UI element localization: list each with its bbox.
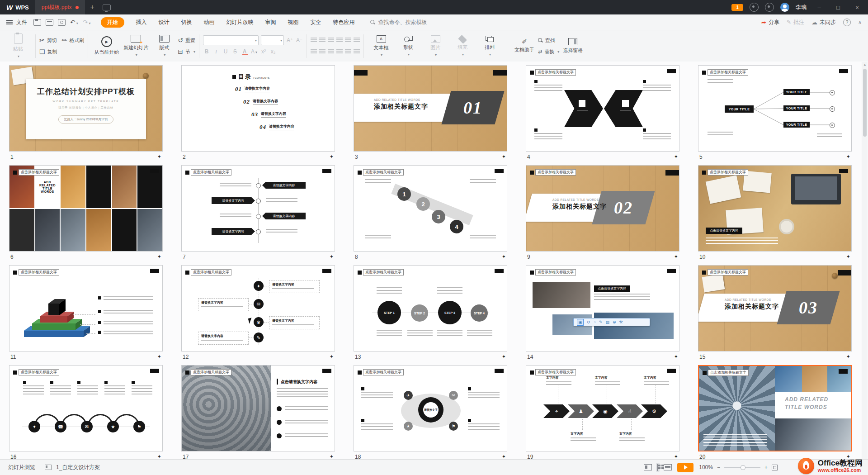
play-from-current-button[interactable]: ▶从当前开始 [92, 33, 121, 59]
tab-slideshow[interactable]: 幻灯片放映 [226, 19, 254, 26]
zoom-slider[interactable] [724, 467, 760, 468]
layout-tool-icon[interactable]: ▤ [606, 320, 610, 324]
tab-home[interactable]: 开始 [101, 17, 124, 28]
message-icon[interactable] [750, 3, 759, 12]
slide-thumbnail-4[interactable]: 点击添加相关标题文字 [526, 65, 679, 152]
replace-button[interactable]: ⇄替换 [538, 47, 559, 56]
tab-security[interactable]: 安全 [311, 19, 321, 26]
help-button[interactable]: ? [843, 19, 851, 26]
sorter-view-button-active[interactable] [656, 463, 660, 472]
slide-thumbnail-3[interactable]: 01 ADD RELATED TITLE WORDS添加相关标题文字 [354, 65, 507, 152]
hamburger-icon[interactable] [6, 20, 13, 24]
user-avatar[interactable] [780, 3, 789, 12]
slide-thumbnail-20-selected[interactable]: ADD RELATEDTITLE WORDS 点击添加相关标题文字 [698, 365, 852, 451]
align-left-icon[interactable] [311, 49, 317, 54]
transition-star-icon[interactable] [674, 154, 678, 160]
fit-to-window-button[interactable] [772, 465, 778, 470]
zoom-in-button[interactable]: + [764, 464, 768, 470]
fill-button[interactable]: 填充 [449, 33, 476, 59]
file-menu[interactable]: 文件 [16, 19, 27, 26]
align-right-icon[interactable] [328, 49, 334, 54]
transition-star-icon[interactable] [502, 354, 506, 360]
textbox-button[interactable]: 文本框 [368, 33, 395, 59]
picture-button[interactable]: 图片 [422, 33, 449, 59]
tab-insert[interactable]: 插入 [136, 19, 147, 26]
strikethrough-button[interactable]: S [231, 48, 239, 55]
rotate-tool-icon[interactable]: ↺ [587, 320, 590, 324]
slide-thumbnail-15[interactable]: 点击添加相关标题文字 03 ADD RELATED TITLE WORDS添加相… [698, 265, 852, 352]
redo-icon[interactable]: ↷ [83, 19, 91, 26]
picture-tools-popup[interactable]: ▣ ↺ ◔ ✎ ▤ ⊕ ⚒ [573, 318, 650, 326]
tab-animations[interactable]: 动画 [204, 19, 215, 26]
font-size-select[interactable] [261, 35, 284, 45]
cut-button[interactable]: ✂剪切 [39, 36, 57, 45]
decrease-font-button[interactable]: A⁻ [296, 37, 303, 43]
justify-icon[interactable] [336, 49, 343, 54]
bold-button[interactable]: B [203, 48, 210, 55]
transition-star-icon[interactable] [330, 354, 334, 360]
slide-thumbnail-5[interactable]: 点击添加相关标题文字 YOUR TITLE YOUR TITLE YOUR TI… [698, 65, 852, 152]
sync-status[interactable]: ☁未同步 [811, 19, 836, 26]
slide-thumbnail-18[interactable]: 点击添加相关标题文字 ✈ ✉ ★ ⚑ 请替换文字 [354, 365, 507, 451]
notification-badge[interactable]: 1 [731, 4, 743, 11]
slide-thumbnail-17[interactable]: 点击添加相关标题文字 点击请替换文字内容 [181, 365, 335, 451]
tab-review[interactable]: 审阅 [265, 19, 276, 26]
slide-thumbnail-19[interactable]: 点击添加相关标题文字 ⌖ ♟ ◉ ☝ ⚙ 文字内容 文字内容 文字内容 文字内容 [526, 365, 679, 451]
font-name-select[interactable] [203, 35, 259, 45]
distribute-icon[interactable] [345, 49, 351, 54]
transition-star-icon[interactable] [674, 354, 678, 360]
paste-button[interactable]: 粘贴 [5, 33, 32, 59]
tab-design[interactable]: 设计 [159, 19, 170, 26]
format-painter-button[interactable]: ✏格式刷 [62, 36, 85, 45]
align-center-icon[interactable] [319, 49, 326, 54]
copy-button[interactable]: ❏复制 [39, 47, 57, 56]
user-name[interactable]: 李璃 [796, 4, 807, 11]
section-button[interactable]: ⊟节 [178, 47, 195, 56]
screen-share-icon[interactable] [103, 5, 111, 10]
skin-icon[interactable] [765, 3, 774, 12]
slide-thumbnail-14[interactable]: 点击添加相关标题文字 点击请替换文字内容 ▣ ↺ ◔ ✎ ▤ ⊕ ⚒ [526, 265, 679, 352]
reset-button[interactable]: ↺重置 [178, 36, 195, 45]
brightness-tool-icon[interactable]: ◔ [594, 320, 596, 324]
tab-view[interactable]: 视图 [288, 19, 299, 26]
edit-tool-icon[interactable]: ✎ [599, 320, 603, 324]
slide-thumbnail-7[interactable]: 点击添加相关标题文字 请替换文字内容 请替换文字内容 请替换文字内容 请替换文字… [181, 165, 335, 252]
transition-star-icon[interactable] [846, 154, 850, 160]
minimize-button[interactable]: – [813, 4, 826, 11]
scroll-up-arrow[interactable]: ▲ [862, 62, 868, 67]
new-slide-button[interactable]: 新建幻灯片 [121, 33, 151, 59]
collapse-ribbon-icon[interactable]: ∧ [858, 19, 862, 25]
increase-font-button[interactable]: A⁺ [286, 37, 293, 43]
find-button[interactable]: 查找 [538, 36, 559, 45]
text-direction-icon[interactable] [354, 38, 360, 43]
transition-star-icon[interactable] [330, 254, 334, 260]
bullets-icon[interactable] [311, 38, 317, 43]
transition-star-icon[interactable] [330, 154, 334, 160]
slide-thumbnail-9[interactable]: 点击添加相关标题文字 02 ADD RELATED TITLE WORDS添加相… [526, 165, 679, 252]
slide-thumbnail-10[interactable]: 点击添加相关标题文字 点击请替换文字内容 [698, 165, 852, 252]
italic-button[interactable]: I [212, 48, 220, 55]
document-tab[interactable]: ppt模板.pptx [35, 0, 85, 14]
vertical-scrollbar[interactable]: ▲ [862, 62, 868, 459]
columns-icon[interactable] [345, 38, 351, 43]
slide-thumbnail-2[interactable]: 目录/ CONTENTS 01请替换文字内容 02请替换文字内容 03请替换文字… [181, 65, 335, 152]
transition-star-icon[interactable] [157, 254, 161, 260]
transition-star-icon[interactable] [674, 254, 678, 260]
slide-thumbnail-1[interactable]: 工作总结计划安排PPT模板 WORK SUMMARY PPT TEMPLATE … [9, 65, 163, 152]
slide-thumbnail-12[interactable]: 点击添加相关标题文字 ✦ ✉ ♛ ✎ 请替换文字内容 请替换文字内容 请替换文字… [181, 265, 335, 352]
print-icon[interactable] [46, 19, 53, 26]
numbering-icon[interactable] [319, 38, 326, 43]
increase-indent-icon[interactable] [336, 38, 343, 43]
comment-button[interactable]: ✎批注 [787, 19, 804, 26]
underline-button[interactable]: U [222, 48, 229, 55]
selection-pane-button[interactable]: 选择窗格 [559, 33, 586, 59]
arrange-button[interactable]: 排列 [476, 33, 503, 59]
preview-icon[interactable] [58, 19, 66, 26]
normal-view-button[interactable] [644, 464, 652, 470]
slide-thumbnail-13[interactable]: 点击添加相关标题文字 STEP 1 STEP 2 STEP 3 STEP 4 [354, 265, 507, 352]
transition-star-icon[interactable] [846, 254, 850, 260]
decrease-indent-icon[interactable] [328, 38, 334, 43]
undo-icon[interactable]: ↶ [70, 19, 78, 26]
transition-star-icon[interactable] [157, 354, 161, 360]
slide-thumbnail-8[interactable]: 点击添加相关标题文字 1 2 3 4 [354, 165, 507, 252]
